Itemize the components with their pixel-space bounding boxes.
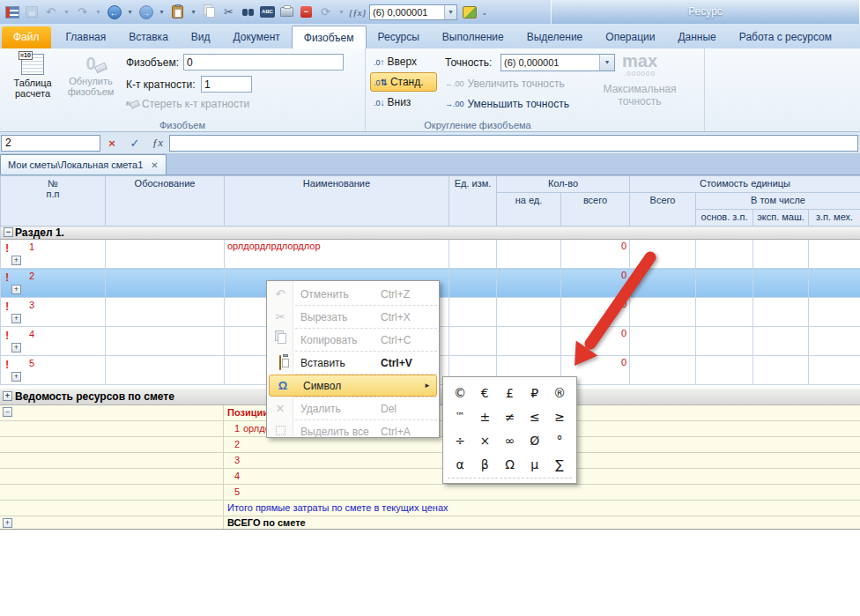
symbol-cell[interactable]: € xyxy=(472,381,497,404)
unit-cell[interactable] xyxy=(449,327,497,356)
tab-document[interactable]: Документ xyxy=(222,26,292,48)
unit-cell[interactable] xyxy=(449,240,497,269)
fizobem-input[interactable] xyxy=(183,54,344,71)
unit-cell[interactable] xyxy=(449,269,497,298)
symbol-cell[interactable]: ∑ xyxy=(547,452,572,476)
qty-total-cell[interactable]: 0 xyxy=(561,269,630,298)
spellcheck-icon[interactable]: АВС xyxy=(260,4,275,19)
cell-value-input[interactable] xyxy=(1,135,100,152)
total-cell[interactable] xyxy=(630,269,696,298)
mech-wage-cell[interactable] xyxy=(809,298,860,327)
per-unit-cell[interactable] xyxy=(497,327,561,356)
forward-dropdown-icon[interactable]: ▾ xyxy=(158,8,166,16)
cut-icon[interactable]: ✂ xyxy=(221,4,236,19)
confirm-icon[interactable]: ✓ xyxy=(123,137,146,150)
tab-file[interactable]: Файл xyxy=(2,26,51,48)
erase-kt-button[interactable]: К Стереть к-т кратности xyxy=(126,98,249,110)
resource-item-row[interactable]: 3 xyxy=(0,453,860,469)
name-cell[interactable]: орлдордлрдлордлор xyxy=(225,240,449,269)
tab-data[interactable]: Данные xyxy=(666,26,727,48)
symbol-cell[interactable]: ≥ xyxy=(547,404,572,428)
tab-execution[interactable]: Выполнение xyxy=(431,26,515,48)
collapse-icon[interactable]: − xyxy=(3,407,12,417)
machine-cell[interactable] xyxy=(753,269,809,298)
increase-precision-button[interactable]: ←.00 Увеличить точность xyxy=(445,78,565,90)
justification-cell[interactable] xyxy=(106,298,225,327)
expand-icon[interactable]: + xyxy=(3,518,12,528)
machine-cell[interactable] xyxy=(753,356,809,385)
round-down-button[interactable]: .0↓ Вниз xyxy=(370,93,437,112)
tab-insert[interactable]: Вставка xyxy=(117,26,180,48)
expand-icon[interactable]: + xyxy=(11,343,21,353)
symbol-cell[interactable]: Ω xyxy=(498,452,523,476)
undo-dropdown-icon[interactable]: ▾ xyxy=(63,8,70,16)
tab-home[interactable]: Главная xyxy=(55,26,118,48)
justification-cell[interactable] xyxy=(106,356,225,385)
menu-item-undo[interactable]: ↶ Отменить Ctrl+Z xyxy=(267,283,439,305)
row-head-cell[interactable]: !5+ xyxy=(1,356,106,385)
calc-table-button[interactable]: =10 Таблица расчета xyxy=(5,51,60,120)
save-icon[interactable] xyxy=(24,4,39,19)
max-precision-button[interactable]: max .000000 Максимальная точность xyxy=(582,50,698,128)
qty-total-cell[interactable]: 0 xyxy=(561,240,630,269)
symbol-cell[interactable]: ™ xyxy=(448,404,472,428)
justification-cell[interactable] xyxy=(106,327,225,356)
round-standard-button[interactable]: .0⇅ Станд. xyxy=(370,72,437,92)
symbol-cell[interactable]: Ø xyxy=(523,428,547,452)
tab-selection[interactable]: Выделение xyxy=(515,26,595,48)
menu-item-paste[interactable]: Вставить Ctrl+V xyxy=(267,352,439,374)
paste-icon[interactable] xyxy=(170,4,185,19)
symbol-cell[interactable]: ∞ xyxy=(498,428,523,452)
stamp-icon[interactable]: − xyxy=(299,4,314,19)
menu-item-select-all[interactable]: Выделить все Ctrl+A xyxy=(267,420,439,442)
back-dropdown-icon[interactable]: ▾ xyxy=(126,8,134,16)
find-icon[interactable] xyxy=(241,4,256,19)
row-head-cell[interactable]: !4+ xyxy=(1,327,106,356)
resource-item-row[interactable]: 5 xyxy=(0,485,860,501)
precision-combobox[interactable]: (6) 0,000001 ▾ xyxy=(369,4,457,20)
menu-item-cut[interactable]: ✂ Вырезать Ctrl+X xyxy=(267,306,439,328)
tab-operations[interactable]: Операции xyxy=(594,26,666,48)
base-wage-cell[interactable] xyxy=(696,269,753,298)
menu-item-delete[interactable]: ✕ Удалить Del xyxy=(267,397,439,419)
symbol-cell[interactable]: α xyxy=(448,452,472,476)
expand-icon[interactable]: + xyxy=(11,256,21,265)
tab-resources[interactable]: Ресурсы xyxy=(367,26,431,48)
collapse-icon[interactable]: − xyxy=(4,227,13,237)
mech-wage-cell[interactable] xyxy=(809,327,860,356)
total-cell[interactable] xyxy=(630,327,696,356)
tab-fizobem[interactable]: Физобъем xyxy=(292,26,367,48)
app-icon[interactable] xyxy=(4,4,19,19)
symbol-cell[interactable]: ° xyxy=(547,428,572,452)
help-icon[interactable] xyxy=(462,4,477,19)
totals-row[interactable]: Итого прямые затраты по смете в текущих … xyxy=(0,501,860,516)
symbol-cell[interactable]: ₽ xyxy=(523,381,547,404)
table-row[interactable]: !1+ орлдордлрдлордлор 0 xyxy=(1,240,860,269)
precision-combobox-dropdown-icon[interactable]: ▾ xyxy=(444,5,456,19)
document-tab-close-icon[interactable]: ✕ xyxy=(151,160,158,170)
qty-total-cell[interactable]: 0 xyxy=(561,298,630,327)
machine-cell[interactable] xyxy=(753,240,809,269)
justification-cell[interactable] xyxy=(106,269,225,298)
expand-icon[interactable]: + xyxy=(11,372,21,382)
document-tab[interactable]: Мои сметы\Локальная смета1 ✕ xyxy=(0,154,167,174)
paste-dropdown-icon[interactable]: ▾ xyxy=(189,8,197,16)
function-fx-icon[interactable]: ƒx xyxy=(146,136,169,150)
grand-total-row[interactable]: + ВСЕГО по смете xyxy=(0,516,860,530)
expand-icon[interactable]: + xyxy=(11,285,21,294)
symbol-cell[interactable]: ≠ xyxy=(498,404,523,428)
symbol-cell[interactable]: © xyxy=(448,381,472,404)
base-wage-cell[interactable] xyxy=(696,240,753,269)
back-icon[interactable]: ← xyxy=(107,4,122,19)
justification-cell[interactable] xyxy=(106,240,225,269)
formula-input[interactable] xyxy=(169,135,858,152)
menu-item-symbol[interactable]: Ω Символ ► xyxy=(269,375,437,397)
symbol-cell[interactable]: £ xyxy=(498,381,523,404)
symbol-cell[interactable]: μ xyxy=(523,452,547,476)
base-wage-cell[interactable] xyxy=(696,327,753,356)
qty-total-cell[interactable]: 0 xyxy=(561,327,630,356)
base-wage-cell[interactable] xyxy=(696,298,753,327)
row-head-cell[interactable]: !1+ xyxy=(1,240,106,269)
machine-cell[interactable] xyxy=(753,327,809,356)
per-unit-cell[interactable] xyxy=(497,269,561,298)
